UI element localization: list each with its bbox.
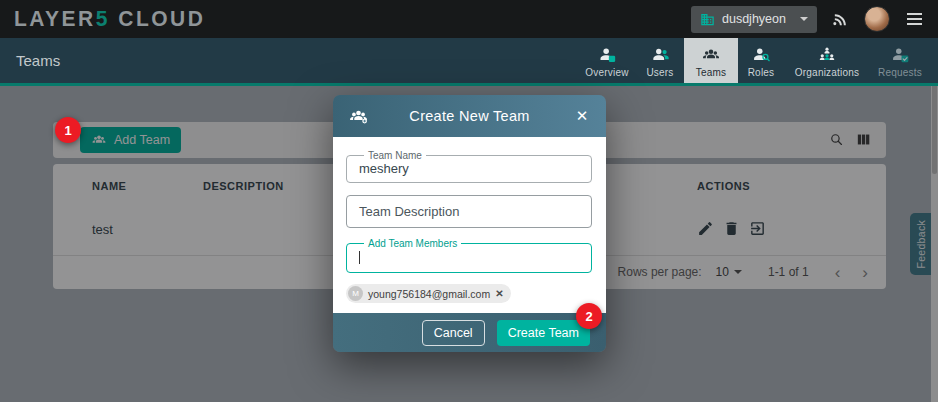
team-name-value: meshery [359,161,579,176]
hamburger-menu-button[interactable] [905,9,924,29]
modal-body: Team Name meshery Team Description Add T… [333,137,606,313]
modal-footer: Cancel Create Team [333,313,606,352]
modal-header: Create New Team ✕ [333,95,606,137]
team-name-label: Team Name [364,150,426,161]
modal-title: Create New Team [409,108,529,124]
tab-teams[interactable]: Teams [684,38,738,83]
rss-icon [832,11,849,28]
remove-member-button[interactable]: ✕ [495,288,503,299]
organization-name: dusdjhyeon [722,12,786,26]
chip-email: young756184@gmail.com [368,288,490,300]
tab-label: Roles [748,67,775,78]
create-team-button[interactable]: Create Team [497,320,590,346]
building-icon [700,12,715,27]
cancel-button[interactable]: Cancel [422,320,485,346]
caret-down-icon [800,17,808,21]
logo-accent-5: 5 [96,6,110,30]
close-icon: ✕ [576,107,589,124]
member-chip[interactable]: M young756184@gmail.com ✕ [346,284,511,303]
menu-icon [907,13,922,15]
person-overview-icon [597,45,617,65]
step-annotation-2: 2 [576,303,602,329]
nav-tabs: Overview Users Teams Roles Organizations… [578,38,930,83]
broadcast-rss-button[interactable] [832,11,849,28]
team-name-field[interactable]: Team Name meshery [346,150,592,183]
top-bar: LAYER5 CLOUD dusdjhyeon [0,0,938,38]
logo-text: LAYER [14,6,96,30]
topbar-actions: dusdjhyeon [691,6,924,33]
person-search-icon [751,45,771,65]
logo-text-cloud: CLOUD [110,6,206,30]
app-window: LAYER5 CLOUD dusdjhyeon Teams Overview [0,0,938,402]
tab-label: Overview [585,67,628,78]
step-annotation-1: 1 [55,117,81,143]
add-team-members-field[interactable]: Add Team Members [346,238,592,273]
chip-avatar: M [348,286,363,301]
organization-selector[interactable]: dusdjhyeon [691,6,817,33]
team-description-field[interactable]: Team Description [346,195,592,228]
layer5-cloud-logo: LAYER5 CLOUD [14,6,205,31]
text-cursor [359,251,360,264]
tab-roles[interactable]: Roles [738,38,784,83]
tab-label: Organizations [795,67,859,78]
tab-label: Requests [878,67,922,78]
tab-label: Users [646,67,673,78]
user-avatar[interactable] [864,6,890,32]
person-check-icon [890,45,910,65]
create-team-modal: Create New Team ✕ Team Name meshery Team… [333,95,606,352]
tab-requests[interactable]: Requests [870,38,930,83]
org-hierarchy-icon [817,45,837,65]
close-icon: ✕ [495,288,503,299]
secondary-nav-bar: Teams Overview Users Teams Roles Organiz… [0,38,938,86]
tab-organizations[interactable]: Organizations [784,38,870,83]
teams-group-icon [701,45,721,65]
tab-overview[interactable]: Overview [578,38,636,83]
group-add-icon [348,106,369,127]
users-icon [650,45,670,65]
add-team-members-label: Add Team Members [364,238,461,249]
close-modal-button[interactable]: ✕ [570,104,594,128]
tab-users[interactable]: Users [636,38,684,83]
tab-label: Teams [696,67,726,78]
page-title: Teams [16,52,60,69]
